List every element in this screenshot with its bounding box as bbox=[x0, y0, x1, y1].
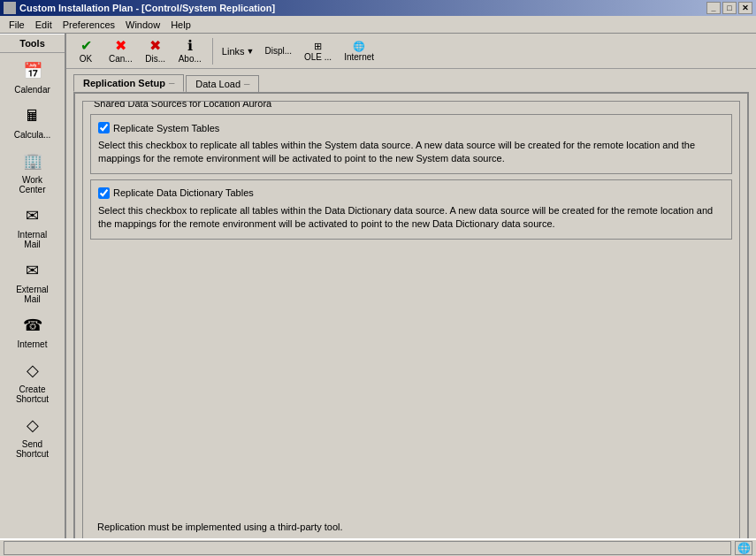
replicate-system-checkbox-row: Replicate System Tables bbox=[98, 122, 724, 133]
sidebar-item-calendar[interactable]: 📅 Calendar bbox=[2, 53, 64, 98]
ole-button[interactable]: ⊞ OLE ... bbox=[299, 39, 337, 64]
sidebar-item-workcenter[interactable]: 🏢 WorkCenter bbox=[2, 143, 64, 198]
links-dropdown[interactable]: Links ▼ bbox=[218, 44, 258, 58]
tab-replication-setup-label: Replication Setup bbox=[83, 78, 165, 88]
menu-bar: File Edit Preferences Window Help bbox=[0, 16, 756, 34]
internal-mail-icon: ✉ bbox=[20, 203, 45, 228]
tab-replication-setup-close[interactable]: ─ bbox=[169, 79, 174, 88]
sidebar-label-create-shortcut: CreateShortcut bbox=[16, 385, 49, 404]
ok-button[interactable]: ✔ OK bbox=[70, 37, 102, 65]
menu-file[interactable]: File bbox=[4, 18, 30, 32]
calendar-icon: 📅 bbox=[20, 58, 45, 83]
external-mail-icon: ✉ bbox=[20, 258, 45, 283]
links-dropdown-arrow: ▼ bbox=[247, 47, 255, 56]
sidebar-item-internet[interactable]: ☎ Internet bbox=[2, 308, 64, 353]
tab-data-load-label: Data Load bbox=[195, 79, 241, 89]
sidebar-item-calculator[interactable]: 🖩 Calcula... bbox=[2, 98, 64, 143]
sidebar-label-calendar: Calendar bbox=[14, 85, 50, 95]
dismiss-button[interactable]: ✖ Dis... bbox=[140, 37, 172, 65]
ole-label: OLE ... bbox=[304, 52, 332, 62]
minimize-button[interactable]: _ bbox=[706, 2, 721, 14]
cancel-label: Can... bbox=[109, 54, 133, 64]
ok-label: OK bbox=[80, 54, 92, 64]
maximize-button[interactable]: □ bbox=[722, 2, 737, 14]
menu-window[interactable]: Window bbox=[120, 18, 165, 32]
tab-data-load[interactable]: Data Load ─ bbox=[186, 75, 259, 92]
links-label: Links bbox=[222, 46, 245, 57]
status-bar: 🌐 bbox=[0, 538, 756, 556]
replicate-system-label: Replicate System Tables bbox=[113, 123, 219, 133]
about-icon: ℹ bbox=[187, 39, 193, 53]
replicate-system-description: Select this checkbox to replicate all ta… bbox=[98, 139, 724, 166]
ole-icon: ⊞ bbox=[314, 41, 322, 52]
replicate-dictionary-checkbox-row: Replicate Data Dictionary Tables bbox=[98, 187, 724, 199]
close-button[interactable]: ✕ bbox=[738, 2, 752, 14]
sidebar-label-external-mail: ExternalMail bbox=[16, 285, 49, 304]
toolbar-separator-1 bbox=[212, 38, 213, 65]
title-bar: Custom Installation Plan - [Control/Syst… bbox=[0, 0, 756, 16]
toolbar: ✔ OK ✖ Can... ✖ Dis... ℹ Abo... Links ▼ … bbox=[66, 34, 756, 69]
cancel-button[interactable]: ✖ Can... bbox=[103, 37, 138, 65]
about-button[interactable]: ℹ Abo... bbox=[173, 37, 207, 65]
internet-toolbar-icon: 🌐 bbox=[353, 41, 365, 52]
sidebar-label-calculator: Calcula... bbox=[14, 130, 51, 140]
replicate-dictionary-section: Replicate Data Dictionary Tables Select … bbox=[90, 179, 732, 240]
internet-toolbar-button[interactable]: 🌐 Internet bbox=[339, 39, 379, 64]
group-box-shared-data-sources: Shared Data Sources for Location Aurora … bbox=[82, 101, 740, 540]
title-bar-buttons: _ □ ✕ bbox=[706, 2, 752, 14]
workcenter-icon: 🏢 bbox=[20, 149, 45, 173]
ok-icon: ✔ bbox=[80, 39, 92, 53]
internet-icon: ☎ bbox=[20, 313, 45, 338]
app-icon bbox=[4, 2, 16, 14]
dismiss-label: Dis... bbox=[145, 54, 165, 64]
replicate-dictionary-label: Replicate Data Dictionary Tables bbox=[113, 187, 254, 198]
group-box-title: Shared Data Sources for Location Aurora bbox=[90, 101, 275, 109]
sidebar-item-create-shortcut[interactable]: ◇ CreateShortcut bbox=[2, 353, 64, 407]
display-button[interactable]: Displ... bbox=[259, 44, 297, 57]
sidebar: Tools 📅 Calendar 🖩 Calcula... 🏢 WorkCent… bbox=[0, 34, 66, 556]
replicate-dictionary-description: Select this checkbox to replicate all ta… bbox=[98, 204, 724, 232]
send-shortcut-icon: ◇ bbox=[20, 413, 45, 438]
footer-note: Replication must be implemented using a … bbox=[90, 514, 732, 532]
sidebar-label-internet: Internet bbox=[18, 339, 48, 349]
replicate-dictionary-checkbox[interactable] bbox=[98, 187, 110, 199]
menu-help[interactable]: Help bbox=[165, 18, 196, 32]
replicate-system-checkbox[interactable] bbox=[98, 122, 110, 133]
menu-preferences[interactable]: Preferences bbox=[57, 18, 120, 32]
replicate-system-section: Replicate System Tables Select this chec… bbox=[90, 114, 732, 174]
sidebar-title: Tools bbox=[0, 34, 65, 53]
about-label: Abo... bbox=[179, 54, 202, 64]
sidebar-item-internal-mail[interactable]: ✉ InternalMail bbox=[2, 198, 64, 253]
sidebar-item-external-mail[interactable]: ✉ ExternalMail bbox=[2, 253, 64, 308]
create-shortcut-icon: ◇ bbox=[20, 358, 45, 383]
display-label: Displ... bbox=[264, 46, 292, 56]
main-content: ✔ OK ✖ Can... ✖ Dis... ℹ Abo... Links ▼ … bbox=[66, 34, 756, 556]
cancel-icon: ✖ bbox=[115, 39, 126, 53]
dismiss-icon: ✖ bbox=[149, 39, 161, 53]
internet-toolbar-label: Internet bbox=[344, 52, 374, 62]
sidebar-label-send-shortcut: SendShortcut bbox=[16, 439, 49, 459]
content-panel: Shared Data Sources for Location Aurora … bbox=[73, 92, 749, 549]
sidebar-item-send-shortcut[interactable]: ◇ SendShortcut bbox=[2, 407, 64, 462]
status-panel bbox=[4, 541, 731, 555]
tab-area: Replication Setup ─ Data Load ─ bbox=[66, 69, 756, 92]
status-globe-icon: 🌐 bbox=[735, 541, 752, 555]
sidebar-label-internal-mail: InternalMail bbox=[18, 230, 47, 249]
tab-replication-setup[interactable]: Replication Setup ─ bbox=[73, 74, 184, 92]
tab-data-load-close[interactable]: ─ bbox=[244, 80, 249, 88]
calculator-icon: 🖩 bbox=[20, 103, 45, 128]
sidebar-label-workcenter: WorkCenter bbox=[19, 175, 45, 194]
menu-edit[interactable]: Edit bbox=[30, 18, 57, 32]
title-text: Custom Installation Plan - [Control/Syst… bbox=[19, 3, 275, 13]
